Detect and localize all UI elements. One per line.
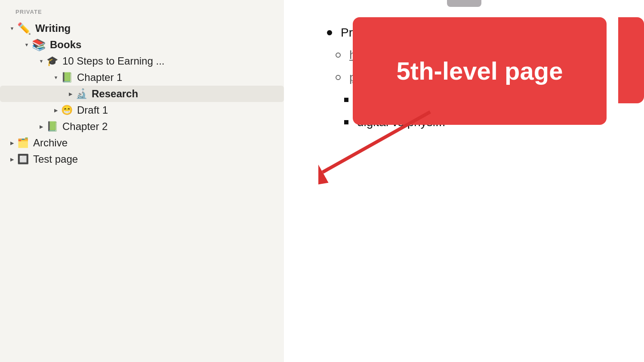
scroll-indicator — [447, 0, 481, 7]
toggle-books[interactable] — [22, 40, 32, 50]
draft1-icon: 😁 — [61, 105, 73, 115]
toggle-writing[interactable] — [7, 23, 17, 34]
toggle-archive[interactable] — [7, 138, 17, 148]
testpage-icon: 🔲 — [17, 155, 29, 164]
callout-right-edge — [618, 17, 644, 103]
bullet-dot-1 — [327, 30, 332, 35]
writing-icon: ✏️ — [17, 23, 31, 34]
sidebar-item-writing[interactable]: ✏️ Writing — [0, 20, 284, 37]
10steps-label: 10 Steps to Earning ... — [62, 55, 164, 67]
bullet-square-2 — [344, 120, 348, 124]
testpage-label: Test page — [33, 153, 78, 165]
bullet-circle-1 — [336, 53, 341, 58]
callout-text: 5th-level page — [397, 57, 563, 86]
archive-icon: 🗂️ — [17, 138, 29, 148]
bullet-square-1 — [344, 98, 348, 102]
toggle-chapter2[interactable] — [36, 121, 46, 132]
books-label: Books — [50, 39, 81, 51]
toggle-10steps[interactable] — [36, 56, 46, 66]
toggle-chapter1[interactable] — [51, 72, 61, 83]
research-label: Research — [92, 88, 138, 100]
chapter1-icon: 📗 — [61, 73, 73, 82]
content-panel: 5th-level page Preliminary notes https:/… — [284, 0, 644, 362]
research-icon: 🔬 — [76, 89, 87, 99]
toggle-draft1[interactable] — [51, 105, 61, 115]
writing-label: Writing — [35, 22, 71, 34]
sidebar-item-archive[interactable]: 🗂️ Archive — [0, 135, 284, 151]
toggle-research[interactable] — [65, 89, 76, 99]
chapter1-label: Chapter 1 — [77, 71, 122, 84]
books-icon: 📚 — [32, 39, 46, 50]
sidebar-item-research[interactable]: 🔬 Research — [0, 86, 284, 102]
archive-label: Archive — [33, 137, 68, 149]
sidebar-item-books[interactable]: 📚 Books — [0, 37, 284, 53]
draft1-label: Draft 1 — [77, 104, 108, 116]
toggle-testpage[interactable] — [7, 154, 17, 164]
sidebar-item-chapter1[interactable]: 📗 Chapter 1 — [0, 69, 284, 86]
sidebar-item-chapter2[interactable]: 📗 Chapter 2 — [0, 118, 284, 135]
chapter2-icon: 📗 — [46, 122, 58, 131]
sidebar-item-10steps[interactable]: 🎓 10 Steps to Earning ... — [0, 53, 284, 69]
sidebar-item-draft1[interactable]: 😁 Draft 1 — [0, 102, 284, 118]
sidebar-item-testpage[interactable]: 🔲 Test page — [0, 151, 284, 167]
10steps-icon: 🎓 — [46, 56, 58, 66]
bullet-circle-2 — [336, 75, 341, 80]
private-label: PRIVATE — [0, 9, 284, 20]
callout-box: 5th-level page — [353, 17, 607, 125]
chapter2-label: Chapter 2 — [62, 121, 108, 133]
sidebar: PRIVATE ✏️ Writing 📚 Books 🎓 10 Steps to… — [0, 0, 284, 362]
